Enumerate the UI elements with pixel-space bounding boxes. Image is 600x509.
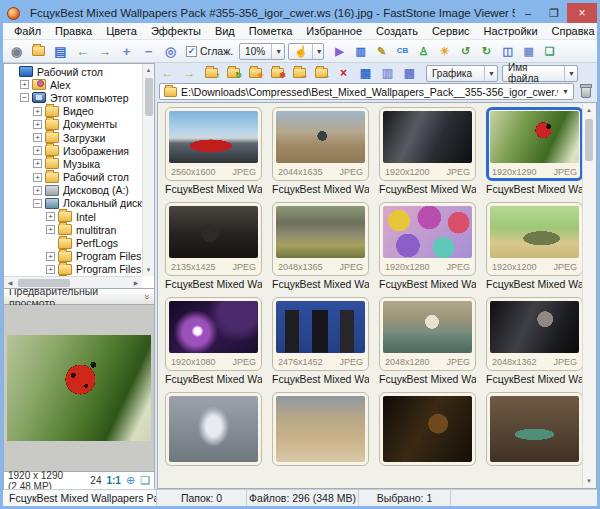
- menu-item[interactable]: Справка: [545, 25, 600, 37]
- menu-item[interactable]: Настройки: [477, 25, 545, 37]
- tree-item[interactable]: +Program Files: [4, 250, 142, 263]
- tree-item[interactable]: +multitran: [4, 223, 142, 236]
- tree-item[interactable]: +Alex: [4, 78, 142, 91]
- thumbnail-item[interactable]: 1920x1200JPEGFсцукBest Mixed Wa...: [379, 107, 476, 196]
- scroll-left-icon[interactable]: ◀: [4, 277, 16, 289]
- delete-file-button[interactable]: [577, 83, 595, 100]
- grid-vertical-scrollbar[interactable]: ▲ ▼: [582, 104, 595, 487]
- preview-image[interactable]: [7, 335, 151, 441]
- zoom-select[interactable]: 10% ▼: [239, 43, 285, 60]
- fullscreen-icon[interactable]: ❏: [541, 42, 558, 60]
- thumbnail-item[interactable]: [379, 392, 476, 466]
- tree-expander-icon[interactable]: +: [46, 252, 55, 261]
- thumbnail-item[interactable]: 2560x1600JPEGFсцукBest Mixed Wa...: [165, 107, 262, 196]
- tree-expander-icon[interactable]: +: [46, 225, 55, 234]
- scrollbar-thumb[interactable]: [585, 119, 593, 161]
- tree-expander-icon[interactable]: −: [33, 199, 42, 208]
- menu-item[interactable]: Создать: [369, 25, 425, 37]
- menu-item[interactable]: Сервис: [425, 25, 477, 37]
- tree-expander-icon[interactable]: +: [33, 186, 42, 195]
- slideshow-icon[interactable]: ▶: [331, 42, 348, 60]
- hand-tool-select[interactable]: ☝ ▼: [288, 43, 324, 60]
- tree-expander-icon[interactable]: +: [33, 107, 42, 116]
- tree-item[interactable]: −Этот компьютер: [4, 91, 142, 104]
- list-view-icon[interactable]: ▩: [401, 65, 418, 81]
- tree-item[interactable]: PerfLogs: [4, 236, 142, 249]
- save-icon[interactable]: ▤: [51, 42, 70, 60]
- thumbnail-item[interactable]: 2135x1425JPEGFсцукBest Mixed Wa...: [165, 202, 262, 291]
- thumbnail-size-icon[interactable]: ▦: [520, 42, 537, 60]
- open-file-icon[interactable]: [29, 42, 48, 60]
- thumbnail-item[interactable]: 2048x1362JPEGFсцукBest Mixed Wa...: [486, 297, 582, 386]
- tree-expander-icon[interactable]: −: [20, 93, 29, 102]
- scroll-down-icon[interactable]: ▼: [143, 264, 155, 276]
- tree-item[interactable]: +Intel: [4, 210, 142, 223]
- close-button[interactable]: ×: [567, 3, 597, 23]
- menu-item[interactable]: Пометка: [242, 25, 300, 37]
- forward-icon[interactable]: →: [181, 65, 198, 81]
- delete-icon[interactable]: ×: [335, 65, 352, 81]
- tree-expander-icon[interactable]: +: [33, 133, 42, 142]
- thumbnail-card[interactable]: 2476x1452JPEG: [272, 297, 369, 371]
- thumbnail-item[interactable]: 1920x1080JPEGFсцукBest Mixed Wa...: [165, 297, 262, 386]
- brightness-icon[interactable]: ☀: [436, 42, 453, 60]
- thumbnail-item[interactable]: 1920x1200JPEGFсцукBest Mixed Wa...: [486, 202, 582, 291]
- fit-window-icon[interactable]: ⊕: [126, 474, 135, 487]
- scrollbar-thumb[interactable]: [18, 279, 70, 287]
- tree-expander-icon[interactable]: +: [46, 265, 55, 274]
- filter-select[interactable]: Графика ▼: [426, 65, 498, 82]
- thumbnail-card-selected[interactable]: 1920x1290JPEG: [486, 107, 582, 181]
- thumbnail-item[interactable]: [165, 392, 262, 466]
- tree-expander-icon[interactable]: +: [20, 80, 29, 89]
- menu-item[interactable]: Правка: [48, 25, 99, 37]
- minimize-button[interactable]: –: [515, 3, 541, 23]
- smoothing-checkbox[interactable]: ✓ Сглаж.: [186, 45, 233, 57]
- menu-item[interactable]: Файл: [7, 25, 48, 37]
- tree-item[interactable]: −Локальный диск (C:): [4, 197, 142, 210]
- thumbnail-card[interactable]: [379, 392, 476, 466]
- thumbnail-card[interactable]: 2044x1635JPEG: [272, 107, 369, 181]
- thumbnails-view-icon[interactable]: ▦: [357, 65, 374, 81]
- move-to-folder-icon[interactable]: →: [291, 65, 308, 81]
- thumbnail-item[interactable]: 2048x1280JPEGFсцукBest Mixed Wa...: [379, 297, 476, 386]
- tree-item[interactable]: +Дисковод (A:): [4, 184, 142, 197]
- thumbnail-card[interactable]: 1920x1200JPEG: [486, 202, 582, 276]
- actual-size-icon[interactable]: ◎: [161, 42, 180, 60]
- zoom-in-icon[interactable]: +: [117, 42, 136, 60]
- thumbnail-item[interactable]: 2476x1452JPEGFсцукBest Mixed Wa...: [272, 297, 369, 386]
- tree-item[interactable]: +Рабочий стол: [4, 171, 142, 184]
- scroll-up-icon[interactable]: ▲: [143, 64, 155, 76]
- thumbnail-card[interactable]: [486, 392, 582, 466]
- thumbnail-item[interactable]: 1920x1290JPEGFсцукBest Mixed Wa...: [486, 107, 582, 196]
- selection-frame-icon[interactable]: ❏: [140, 474, 150, 487]
- thumbnail-card[interactable]: 2048x1362JPEG: [486, 297, 582, 371]
- maximize-button[interactable]: ❐: [541, 3, 567, 23]
- copy-to-folder-icon[interactable]: →: [313, 65, 330, 81]
- scrollbar-thumb[interactable]: [145, 78, 153, 116]
- image-list-icon[interactable]: ▥: [352, 42, 369, 60]
- capture-icon[interactable]: ◉: [7, 42, 26, 60]
- red-eye-icon[interactable]: ♙: [415, 42, 432, 60]
- thumbnail-card[interactable]: 2048x1280JPEG: [379, 297, 476, 371]
- tree-item[interactable]: +Изображения: [4, 144, 142, 157]
- thumbnail-item[interactable]: 2044x1635JPEGFсцукBest Mixed Wa...: [272, 107, 369, 196]
- collapse-chevron-icon[interactable]: »: [141, 294, 151, 299]
- thumbnail-item[interactable]: [272, 392, 369, 466]
- folder-tools-icon[interactable]: ✱: [269, 65, 286, 81]
- tree-expander-icon[interactable]: +: [46, 212, 55, 221]
- thumbnail-item[interactable]: 2048x1365JPEGFсцукBest Mixed Wa...: [272, 202, 369, 291]
- scroll-right-icon[interactable]: ▶: [130, 277, 142, 289]
- scroll-up-icon[interactable]: ▲: [583, 104, 595, 116]
- chevron-down-icon[interactable]: ▼: [562, 88, 569, 95]
- thumbnail-card[interactable]: 2048x1365JPEG: [272, 202, 369, 276]
- tree-expander-icon[interactable]: +: [33, 173, 42, 182]
- thumbnail-card[interactable]: 2135x1425JPEG: [165, 202, 262, 276]
- tree-expander-icon[interactable]: +: [33, 146, 42, 155]
- thumbnail-card[interactable]: [165, 392, 262, 466]
- preview-panel-header[interactable]: Предварительный просмотр »: [3, 289, 155, 305]
- up-folder-icon[interactable]: ↑: [203, 65, 220, 81]
- menu-item[interactable]: Эффекты: [144, 25, 208, 37]
- tree-horizontal-scrollbar[interactable]: ◀ ▶: [4, 276, 142, 288]
- thumbnail-card[interactable]: 2560x1600JPEG: [165, 107, 262, 181]
- zoom-out-icon[interactable]: −: [139, 42, 158, 60]
